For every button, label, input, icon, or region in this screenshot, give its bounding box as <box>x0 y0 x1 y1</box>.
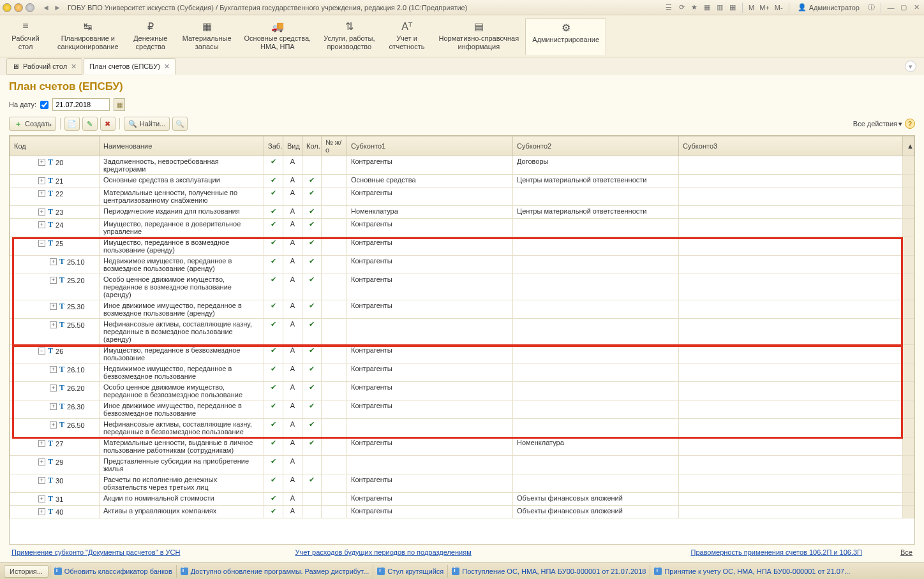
table-row[interactable]: +T23 Периодические издания для пользован… <box>10 206 914 219</box>
table-row[interactable]: +T20 Задолженность, невостребованная кре… <box>10 156 914 175</box>
table-row[interactable]: +T31 Акции по номинальной стоимости ✔ А … <box>10 493 914 506</box>
toolbar-item[interactable]: ▤Нормативно-справочнаяинформация <box>432 18 525 54</box>
statusbar-item[interactable]: Обновить классификатор банков <box>50 565 176 578</box>
copy-button[interactable]: 📄 <box>64 117 80 131</box>
link-accounts-106[interactable]: Правомерность применения счетов 106.2П и… <box>690 548 862 556</box>
edit-button[interactable]: ✎ <box>82 117 98 131</box>
toolbar-icon[interactable]: ▦ <box>702 3 712 13</box>
mplus-button[interactable]: M+ <box>758 4 771 11</box>
all-actions-button[interactable]: Все действия▾ <box>853 120 902 128</box>
toolbar-item[interactable]: ⇅Услуги, работы,производство <box>317 18 381 54</box>
toolbar-item[interactable]: ₽Денежныесредства <box>125 18 176 54</box>
table-row[interactable]: +T40 Активы в управляющих компаниях ✔ А … <box>10 506 914 518</box>
toolbar-item[interactable]: AᵀУчет иотчетность <box>381 18 432 54</box>
col-sub1[interactable]: Субконто1 <box>347 136 513 156</box>
table-row[interactable]: +T25.50 Нефинансовые активы, составляющи… <box>10 319 914 345</box>
col-kol[interactable]: Кол. <box>302 136 322 156</box>
delete-button[interactable]: ✖ <box>100 117 116 131</box>
toolbar-icon[interactable]: ⟳ <box>676 3 687 13</box>
toolbar-item[interactable]: 🚚Основные средства,НМА, НПА <box>238 18 318 54</box>
date-checkbox[interactable] <box>40 101 48 109</box>
table-row[interactable]: −T25 Имущество, переданное в возмездное … <box>10 237 914 256</box>
col-vid[interactable]: Вид <box>283 136 302 156</box>
star-icon[interactable]: ★ <box>689 3 699 13</box>
calculator-icon[interactable]: ▥ <box>715 3 725 13</box>
table-row[interactable]: +T24 Имущество, переданное в доверительн… <box>10 219 914 237</box>
expand-icon[interactable]: + <box>38 190 45 197</box>
tab[interactable]: 🖥Рабочий стол✕ <box>6 58 82 75</box>
help-button[interactable]: ? <box>905 119 915 129</box>
expand-icon[interactable]: + <box>38 458 45 465</box>
expand-icon[interactable]: + <box>38 221 45 228</box>
window-button[interactable] <box>26 3 34 12</box>
toolbar-item[interactable]: ≡Рабочийстол <box>0 18 51 54</box>
table-row[interactable]: +T26.30 Иное движимое имущество, передан… <box>10 400 914 419</box>
clear-find-button[interactable]: 🔍 <box>172 117 188 131</box>
table-row[interactable]: +T25.20 Особо ценное движимое имущество,… <box>10 274 914 300</box>
table-row[interactable]: +T26.10 Недвижимое имущество, переданное… <box>10 363 914 382</box>
table-row[interactable]: +T30 Расчеты по исполнению денежных обяз… <box>10 474 914 493</box>
table-row[interactable]: +T21 Основные средства в эксплуатации ✔ … <box>10 175 914 187</box>
expand-icon[interactable]: + <box>50 321 57 328</box>
expand-icon[interactable]: + <box>38 495 45 502</box>
expand-icon[interactable]: + <box>38 508 45 515</box>
statusbar-item[interactable]: Стул крутящийся <box>373 565 447 578</box>
window-button[interactable] <box>14 3 23 12</box>
statusbar-item[interactable]: Принятие к учету ОС, НМА, НПА БУ00-00000… <box>650 565 854 578</box>
expand-icon[interactable]: + <box>38 177 45 184</box>
toolbar-item[interactable]: ▦Материальныезапасы <box>176 18 238 54</box>
expand-icon[interactable]: + <box>38 440 45 447</box>
nav-fwd-icon[interactable]: ► <box>52 3 63 13</box>
table-row[interactable]: +T27 Материальные ценности, выданные в л… <box>10 437 914 456</box>
expand-icon[interactable]: + <box>50 366 57 373</box>
expand-icon[interactable]: + <box>50 277 57 284</box>
calendar-button[interactable]: ▦ <box>114 98 125 111</box>
toolbar-item[interactable]: ↹Планирование исанкционирование <box>51 18 125 54</box>
table-row[interactable]: −T26 Имущество, переданное в безвозмездн… <box>10 345 914 363</box>
link-usn[interactable]: Применение субконто "Документы расчетов"… <box>11 548 180 556</box>
expand-icon[interactable]: + <box>50 258 57 265</box>
toolbar-item[interactable]: ⚙Администрирование <box>525 18 606 55</box>
col-code[interactable]: Код <box>10 136 100 156</box>
col-njo[interactable]: № ж/о <box>322 136 347 156</box>
find-button[interactable]: 🔍 Найти... <box>124 117 170 131</box>
expand-icon[interactable]: + <box>50 385 57 392</box>
table-row[interactable]: +T25.30 Иное движимое имущество, передан… <box>10 300 914 319</box>
table-row[interactable]: +T26.50 Нефинансовые активы, составляющи… <box>10 419 914 437</box>
tabs-dropdown-button[interactable]: ▾ <box>905 61 916 72</box>
m-button[interactable]: M <box>747 4 756 11</box>
link-future-expenses[interactable]: Учет расходов будущих периодов по подраз… <box>295 548 471 556</box>
minimize-icon[interactable]: — <box>886 3 896 13</box>
expand-icon[interactable]: + <box>50 421 57 429</box>
collapse-icon[interactable]: − <box>38 240 45 247</box>
expand-icon[interactable]: + <box>38 477 45 484</box>
tab[interactable]: План счетов (ЕПСБУ)✕ <box>84 58 175 75</box>
col-name[interactable]: Наименование <box>100 136 264 156</box>
history-button[interactable]: История... <box>4 565 48 578</box>
tab-close-icon[interactable]: ✕ <box>164 62 170 71</box>
col-sub2[interactable]: Субконто2 <box>513 136 679 156</box>
table-row[interactable]: +T22 Материальные ценности, полученные п… <box>10 187 914 206</box>
collapse-icon[interactable]: − <box>38 348 45 355</box>
calendar-icon[interactable]: ▦ <box>727 3 738 13</box>
info-icon[interactable]: ⓘ <box>866 3 876 13</box>
create-button[interactable]: ＋ Создать <box>9 117 56 131</box>
date-input[interactable] <box>52 98 110 111</box>
expand-icon[interactable]: + <box>38 209 45 216</box>
expand-icon[interactable]: + <box>38 159 45 166</box>
col-sub3[interactable]: Субконто3 <box>679 136 903 156</box>
expand-icon[interactable]: + <box>50 303 57 310</box>
table-row[interactable]: +T26.20 Особо ценное движимое имущество,… <box>10 382 914 400</box>
user-label[interactable]: 👤 Администратор <box>794 3 863 11</box>
table-row[interactable]: +T29 Представленные субсидии на приобрет… <box>10 456 914 474</box>
nav-back-icon[interactable]: ◄ <box>41 3 51 13</box>
statusbar-item[interactable]: Поступление ОС, НМА, НПА БУ00-000001 от … <box>447 565 650 578</box>
table-row[interactable]: +T25.10 Недвижимое имущество, переданное… <box>10 256 914 274</box>
expand-icon[interactable]: + <box>50 403 57 410</box>
toolbar-icon[interactable]: ☰ <box>664 3 674 13</box>
mminus-button[interactable]: M- <box>773 4 784 11</box>
close-icon[interactable]: ✕ <box>911 3 921 13</box>
tab-close-icon[interactable]: ✕ <box>71 62 77 71</box>
col-zab[interactable]: Заб. <box>264 136 283 156</box>
link-all[interactable]: Все <box>900 548 913 556</box>
